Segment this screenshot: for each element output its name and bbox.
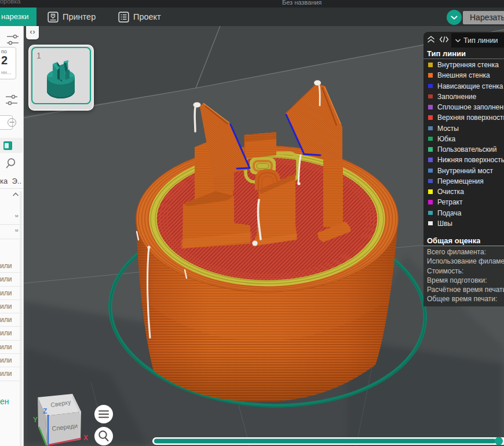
svg-text:X: X [83,434,88,442]
svg-text:Z: Z [43,407,47,415]
svg-text:Y: Y [33,416,38,424]
